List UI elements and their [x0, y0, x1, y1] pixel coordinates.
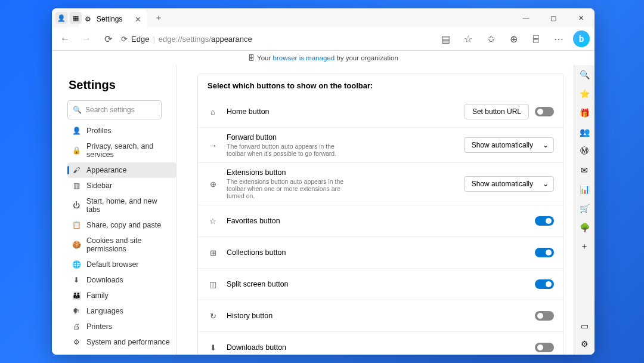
row-icon: ⬇	[208, 343, 218, 352]
toggle[interactable]	[535, 343, 554, 352]
workspaces-icon[interactable]: ▦	[70, 12, 82, 24]
row-desc: The forward button auto appears in the t…	[227, 143, 345, 157]
new-tab-button[interactable]: ＋	[154, 13, 163, 23]
nav-label: Start, home, and new tabs	[86, 197, 171, 214]
toolbar-row-collections-button: ⊞ Collections button	[198, 236, 564, 268]
search-settings-input[interactable]: 🔍 Search settings	[67, 100, 162, 119]
nav-item-appearance[interactable]: 🖌Appearance	[67, 162, 176, 178]
nav-label: System and performance	[86, 338, 170, 346]
sidebar-app-icon[interactable]: 📊	[578, 183, 590, 195]
managed-link[interactable]: browser is managed	[273, 54, 335, 61]
refresh-button[interactable]: ⟳	[100, 30, 116, 47]
url-path-gray: edge://settings/	[159, 35, 211, 44]
nav-icon: 👤	[72, 127, 80, 135]
close-window-button[interactable]: ✕	[567, 8, 595, 27]
reading-mode-icon[interactable]: ▤	[437, 30, 454, 47]
profile-avatar[interactable]: 👤	[55, 12, 67, 24]
nav-icon: ▥	[72, 182, 80, 190]
extensions-icon[interactable]: ⌸	[528, 30, 544, 47]
settings-sidebar: Settings 🔍 Search settings 👤Profiles🔒Pri…	[52, 65, 176, 355]
search-placeholder: Search settings	[85, 106, 135, 114]
edge-sidebar: 🔍⭐🎁👥Ⓜ✉📊🛒🌳＋ ▭ ⚙	[574, 65, 595, 355]
nav-item-downloads[interactable]: ⬇Downloads	[67, 272, 176, 288]
nav-icon: 🖌	[72, 166, 80, 174]
sidebar-settings-icon[interactable]: ⚙	[578, 338, 590, 350]
nav-icon: 🗣	[72, 307, 80, 315]
sidebar-app-icon[interactable]: 🛒	[578, 202, 590, 214]
row-label: Downloads button	[227, 343, 381, 352]
tab-settings[interactable]: ⚙ Settings ✕	[79, 10, 147, 29]
nav-icon: 🔒	[72, 146, 80, 155]
favorites-list-icon[interactable]: ✩	[482, 30, 499, 47]
nav-label: Downloads	[86, 276, 123, 284]
toolbar-row-extensions-button: ⊕ Extensions buttonThe extensions button…	[198, 162, 564, 205]
sidebar-app-icon[interactable]: 🔍	[578, 69, 590, 81]
toggle[interactable]	[535, 216, 554, 226]
row-label: Collections button	[227, 248, 381, 257]
sidebar-app-icon[interactable]: ＋	[578, 241, 590, 253]
favorite-star-icon[interactable]: ☆	[460, 30, 476, 47]
toolbar-row-favorites-button: ☆ Favorites button	[198, 205, 564, 236]
row-label: Forward button	[227, 133, 345, 141]
url-display[interactable]: ⟳ Edge | edge://settings/appearance	[121, 35, 252, 44]
collections-icon[interactable]: ⊕	[505, 30, 522, 47]
row-desc: The extensions button auto appears in th…	[227, 178, 345, 199]
sidebar-app-icon[interactable]: 🌳	[578, 222, 590, 233]
toggle[interactable]	[535, 279, 554, 289]
sidebar-app-icon[interactable]: ✉	[578, 164, 590, 176]
bing-chat-button[interactable]: b	[573, 30, 590, 47]
nav-item-system-and-performance[interactable]: ⚙System and performance	[67, 334, 176, 350]
nav-icon: 🍪	[72, 241, 80, 249]
profile-switcher[interactable]: 👤 ▦	[55, 12, 82, 24]
settings-content: Select which buttons to show on the tool…	[176, 65, 574, 355]
sidebar-toggle-icon[interactable]: ▭	[578, 320, 590, 332]
toggle[interactable]	[535, 248, 554, 257]
nav-item-sidebar[interactable]: ▥Sidebar	[67, 178, 176, 193]
row-label: Favorites button	[227, 217, 381, 225]
managed-info-bar: 🗄 Your browser is managed by your organi…	[52, 51, 595, 65]
maximize-button[interactable]: ▢	[540, 8, 567, 27]
nav-item-share-copy-and-paste[interactable]: 📋Share, copy and paste	[67, 217, 176, 233]
nav-item-languages[interactable]: 🗣Languages	[67, 303, 176, 319]
nav-icon: ⬇	[72, 276, 80, 284]
row-icon: ⊞	[208, 248, 218, 257]
nav-item-cookies-and-site-permissions[interactable]: 🍪Cookies and site permissions	[67, 233, 176, 257]
nav-item-printers[interactable]: 🖨Printers	[67, 319, 176, 334]
url-prefix: Edge	[131, 35, 149, 44]
show-mode-dropdown[interactable]: Show automatically⌄	[464, 137, 554, 153]
toggle[interactable]	[535, 311, 554, 321]
nav-icon: 📋	[72, 221, 80, 229]
nav-item-default-browser[interactable]: 🌐Default browser	[67, 257, 176, 272]
nav-label: Default browser	[86, 260, 139, 269]
nav-label: Printers	[86, 322, 112, 331]
gear-icon: ⚙	[85, 15, 93, 23]
minimize-button[interactable]: ―	[512, 8, 540, 27]
nav-label: Cookies and site permissions	[86, 236, 171, 253]
sidebar-app-icon[interactable]: ⭐	[578, 88, 590, 100]
forward-button[interactable]: →	[78, 30, 95, 47]
toggle[interactable]	[535, 107, 554, 116]
back-button[interactable]: ←	[57, 30, 73, 47]
close-tab-icon[interactable]: ✕	[135, 15, 141, 24]
nav-item-reset-settings[interactable]: ↺Reset settings	[67, 350, 176, 355]
url-path: appearance	[211, 35, 252, 44]
nav-item-privacy-search-and-services[interactable]: 🔒Privacy, search, and services	[67, 139, 176, 162]
toolbar-row-history-button: ↻ History button	[198, 300, 564, 331]
site-lock-icon: ⟳	[121, 35, 128, 44]
nav-label: Profiles	[86, 127, 112, 135]
nav-item-family[interactable]: 👪Family	[67, 288, 176, 303]
more-menu-icon[interactable]: ⋯	[550, 30, 567, 47]
search-icon: 🔍	[73, 106, 82, 114]
nav-label: Privacy, search, and services	[86, 142, 171, 159]
row-icon: ◫	[208, 280, 218, 289]
sidebar-app-icon[interactable]: Ⓜ	[578, 145, 590, 157]
nav-item-start-home-and-new-tabs[interactable]: ⏻Start, home, and new tabs	[67, 193, 176, 217]
sidebar-app-icon[interactable]: 🎁	[578, 107, 590, 119]
nav-item-profiles[interactable]: 👤Profiles	[67, 123, 176, 139]
sidebar-app-icon[interactable]: 👥	[578, 126, 590, 138]
set-button-url[interactable]: Set button URL	[465, 104, 529, 119]
row-icon: ⌂	[208, 107, 218, 116]
nav-icon: ⚙	[72, 338, 80, 346]
show-mode-dropdown[interactable]: Show automatically⌄	[464, 176, 554, 192]
settings-title: Settings	[69, 78, 176, 92]
